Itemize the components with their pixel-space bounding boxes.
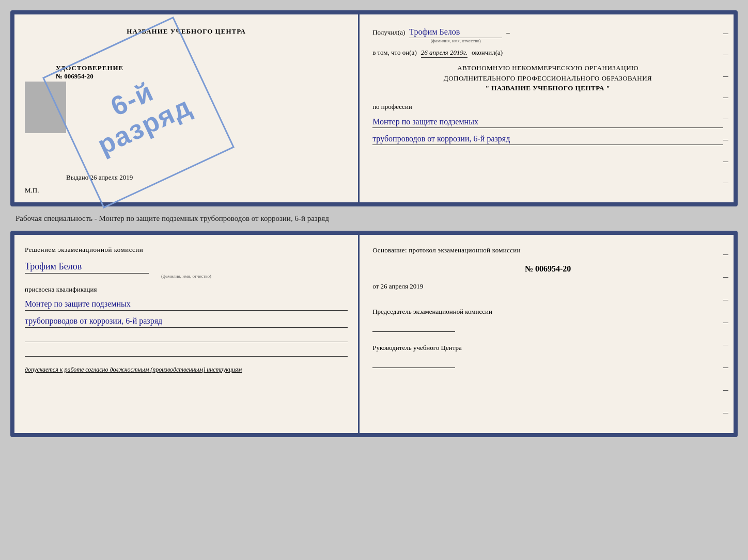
dopuskaetsya-value: работе согласно должностным (производств…: [64, 366, 242, 373]
okonchil-label: окончил(а): [472, 49, 503, 57]
deco-line: [723, 34, 728, 34]
bottom-right-panel: Основание: протокол экзаменационной коми…: [360, 235, 734, 433]
deco-line: [723, 300, 728, 300]
deco-line: [723, 413, 728, 413]
deco-line: [723, 254, 728, 255]
head-signature-line: [372, 355, 455, 368]
middle-text: Рабочая специальность - Монтер по защите…: [10, 212, 738, 226]
dopuskaetsya-block: допускается к работе согласно должностны…: [25, 366, 348, 374]
org-block: АВТОНОМНУЮ НЕКОММЕРЧЕСКУЮ ОРГАНИЗАЦИЮ ДО…: [372, 63, 723, 93]
fio-hint: (фамилия, имя, отчество): [431, 38, 481, 43]
org-line1: АВТОНОМНУЮ НЕКОММЕРЧЕСКУЮ ОРГАНИЗАЦИЮ: [372, 63, 723, 73]
udostoverenie-label: УДОСТОВЕРЕНИЕ: [56, 64, 123, 72]
page-wrapper: НАЗВАНИЕ УЧЕБНОГО ЦЕНТРА УДОСТОВЕРЕНИЕ №…: [10, 10, 738, 437]
receiver-line: Получил(а) Трофим Белов (фамилия, имя, о…: [372, 27, 723, 43]
cert-number: № 006954-20: [56, 72, 123, 81]
date-line: в том, что он(а) 26 апреля 2019г. окончи…: [372, 49, 723, 58]
deco-line: [723, 277, 728, 278]
cert-left-panel: НАЗВАНИЕ УЧЕБНОГО ЦЕНТРА УДОСТОВЕРЕНИЕ №…: [14, 14, 360, 202]
org-quote1: ": [486, 84, 490, 92]
cert-photo: [25, 82, 66, 133]
vydano-label: Выдано: [66, 173, 88, 181]
dash: –: [506, 28, 510, 37]
poluchil-label: Получил(а): [372, 28, 405, 37]
deco-line: [723, 323, 728, 323]
org-name: НАЗВАНИЕ УЧЕБНОГО ЦЕНТРА: [491, 84, 604, 92]
bottom-name-block: Трофим Белов (фамилия, имя, отчество): [25, 261, 348, 279]
deco-line: [723, 140, 728, 140]
chairman-signature-line: [372, 319, 455, 332]
mp-label: М.П.: [25, 186, 39, 195]
receiver-name: Трофим Белов: [409, 27, 502, 38]
head-title: Руководитель учебного Центра: [372, 343, 723, 353]
cert-date-value: 26 апреля 2019г.: [421, 49, 467, 58]
bottom-left-panel: Решением экзаменационной комиссии Трофим…: [14, 235, 360, 433]
cert-right-panel: Получил(а) Трофим Белов (фамилия, имя, о…: [360, 14, 734, 202]
assigned-label: присвоена квалификация: [25, 285, 348, 294]
org-line2: ДОПОЛНИТЕЛЬНОГО ПРОФЕССИОНАЛЬНОГО ОБРАЗО…: [372, 73, 723, 84]
deco-line: [723, 367, 728, 368]
deco-line: [723, 390, 728, 391]
dopuskaetsya-label: допускается к: [25, 366, 63, 373]
vydano-date: 26 апреля 2019: [90, 173, 133, 181]
vtom-label: в том, что он(а): [372, 49, 417, 57]
deco-line: [723, 162, 728, 162]
org-name-line: " НАЗВАНИЕ УЧЕБНОГО ЦЕНТРА ": [372, 83, 723, 93]
deco-line: [723, 119, 728, 119]
profession-line1: Монтер по защите подземных: [372, 116, 723, 128]
bottom-right-deco: [723, 245, 731, 423]
bottom-certificate-book: Решением экзаменационной комиссии Трофим…: [10, 231, 738, 437]
deco-line: [723, 183, 728, 183]
deco-line: [723, 98, 728, 98]
right-deco: [723, 25, 731, 192]
blank-line-1: [25, 332, 348, 342]
cert-title: НАЗВАНИЕ УЧЕБНОГО ЦЕНТРА: [127, 27, 246, 36]
deco-line: [723, 76, 728, 77]
protocol-date: от 26 апреля 2019: [372, 282, 723, 291]
bottom-fio-hint: (фамилия, имя, отчество): [25, 274, 348, 279]
qual-line2: трубопроводов от коррозии, 6-й разряд: [25, 315, 348, 328]
chairman-block: Председатель экзаменационной комиссии: [372, 307, 723, 332]
bottom-person-name: Трофим Белов: [25, 261, 149, 274]
protocol-date-value: 26 апреля 2019: [380, 282, 423, 290]
osnov-label: Основание: протокол экзаменационной коми…: [372, 245, 723, 255]
profession-line2: трубопроводов от коррозии, 6-й разряд: [372, 133, 723, 145]
po-professii-label: по профессии: [372, 103, 723, 111]
blank-line-2: [25, 346, 348, 357]
chairman-title: Председатель экзаменационной комиссии: [372, 307, 723, 316]
top-certificate-book: НАЗВАНИЕ УЧЕБНОГО ЦЕНТРА УДОСТОВЕРЕНИЕ №…: [10, 10, 738, 206]
protocol-number: № 006954-20: [372, 264, 723, 274]
vydano-block: Выдано 26 апреля 2019: [66, 173, 133, 182]
protocol-date-prefix: от: [372, 282, 379, 290]
qual-line1: Монтер по защите подземных: [25, 298, 348, 311]
udostoverenie-block: УДОСТОВЕРЕНИЕ № 006954-20: [56, 64, 123, 81]
deco-line: [723, 55, 728, 55]
org-quote2: ": [606, 84, 611, 92]
head-block: Руководитель учебного Центра: [372, 343, 723, 368]
bottom-section-title: Решением экзаменационной комиссии: [25, 245, 348, 254]
deco-line: [723, 345, 728, 345]
